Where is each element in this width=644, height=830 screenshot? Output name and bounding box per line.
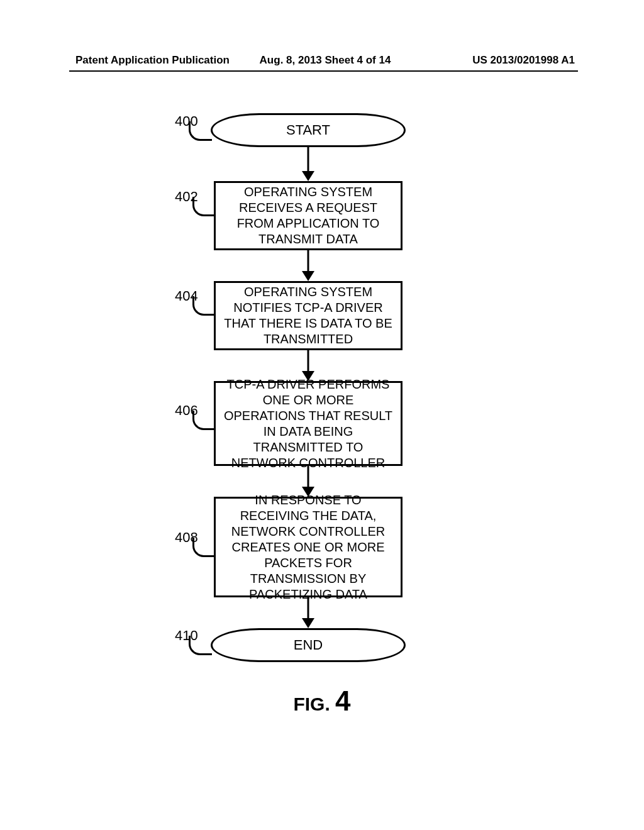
step-402: OPERATING SYSTEM RECEIVES A REQUEST FROM…: [214, 181, 402, 250]
arrow-1-line: [308, 147, 309, 172]
arrow-5-head: [302, 618, 314, 628]
arrow-4-line: [308, 466, 309, 488]
header-center: Aug. 8, 2013 Sheet 4 of 14: [242, 54, 409, 67]
arrow-2-line: [308, 250, 309, 272]
step-406: TCP-A DRIVER PERFORMS ONE OR MORE OPERAT…: [214, 381, 402, 466]
page-header: Patent Application Publication Aug. 8, 2…: [75, 54, 575, 67]
hook-402: [192, 197, 216, 216]
page: Patent Application Publication Aug. 8, 2…: [0, 0, 644, 830]
arrow-1-head: [302, 171, 314, 181]
arrow-3-line: [308, 350, 309, 372]
header-right: US 2013/0201998 A1: [408, 54, 575, 67]
figure-caption: FIG. 4: [0, 685, 644, 717]
step-404-label: OPERATING SYSTEM NOTIFIES TCP-A DRIVER T…: [221, 284, 396, 347]
hook-410: [189, 636, 212, 655]
fig-prefix: FIG.: [293, 694, 335, 714]
step-408-label: IN RESPONSE TO RECEIVING THE DATA, NETWO…: [221, 492, 396, 602]
header-rule: [69, 70, 578, 72]
hook-406: [192, 411, 216, 430]
hook-408: [192, 538, 216, 557]
step-404: OPERATING SYSTEM NOTIFIES TCP-A DRIVER T…: [214, 281, 402, 350]
start-node: START: [211, 113, 406, 147]
start-label: START: [286, 121, 330, 139]
step-406-label: TCP-A DRIVER PERFORMS ONE OR MORE OPERAT…: [221, 377, 396, 471]
step-408: IN RESPONSE TO RECEIVING THE DATA, NETWO…: [214, 497, 402, 597]
fig-number: 4: [335, 685, 350, 716]
end-label: END: [294, 636, 323, 654]
header-left: Patent Application Publication: [75, 54, 242, 67]
arrow-2-head: [302, 271, 314, 281]
step-402-label: OPERATING SYSTEM RECEIVES A REQUEST FROM…: [221, 184, 396, 247]
hook-400: [189, 121, 212, 141]
end-node: END: [211, 628, 406, 662]
hook-404: [192, 296, 216, 316]
arrow-5-line: [308, 597, 309, 619]
